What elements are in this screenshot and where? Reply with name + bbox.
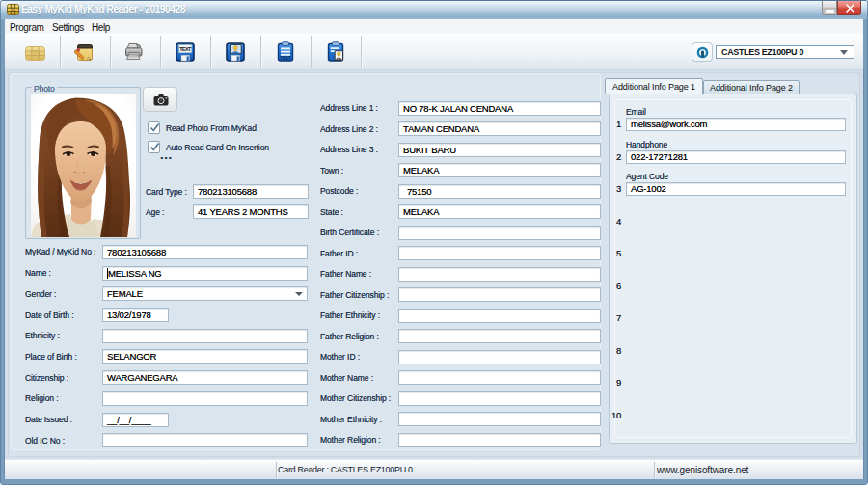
svg-text:TEXT: TEXT — [179, 46, 192, 52]
svg-text:TEXT: TEXT — [280, 56, 291, 61]
